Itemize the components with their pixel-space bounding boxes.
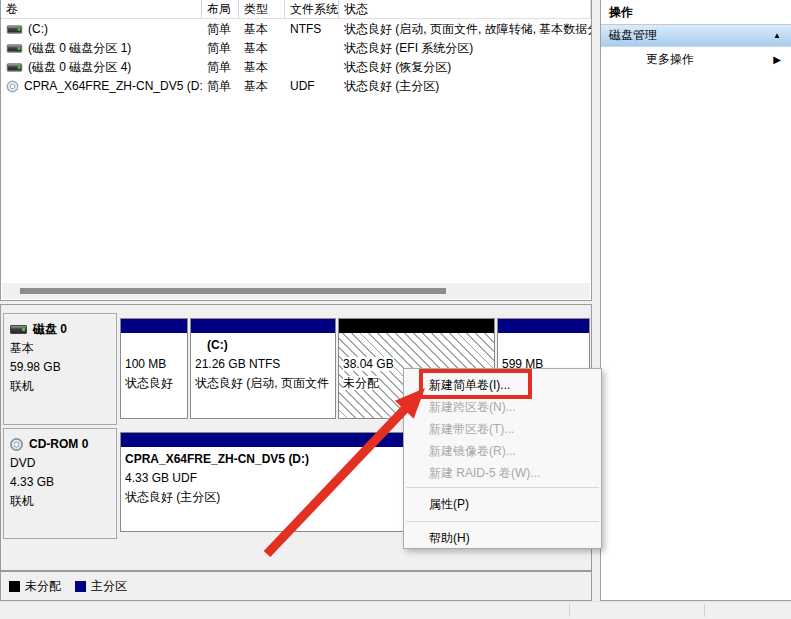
drive-icon [7,63,22,71]
disk-management-window: 卷 布局 类型 文件系统 状态 (C:) 简单 基本 NTFS 状态良好 (启动… [0,0,791,619]
column-header-type[interactable]: 类型 [239,0,285,18]
volume-filesystem [285,39,339,57]
volume-status: 状态良好 (主分区) [339,77,591,95]
menu-item-new-spanned-volume: 新建跨区卷(N)... [404,396,601,418]
disk-kind: DVD [10,454,110,473]
volume-row-dvd[interactable]: CPRA_X64FRE_ZH-CN_DV5 (D:) 简单 基本 UDF 状态良… [1,77,591,95]
volume-name: (磁盘 0 磁盘分区 4) [28,58,131,76]
partition-color-band [498,319,589,333]
menu-item-help[interactable]: 帮助(H) [404,525,601,552]
menu-separator [406,487,599,488]
volume-status: 状态良好 (启动, 页面文件, 故障转储, 基本数据分 [339,20,591,38]
disk0-info[interactable]: 磁盘 0 基本 59.98 GB 联机 [3,313,117,425]
volume-row-c[interactable]: (C:) 简单 基本 NTFS 状态良好 (启动, 页面文件, 故障转储, 基本… [1,20,591,38]
volume-type: 基本 [239,20,285,38]
partition-size: 21.26 GB NTFS [195,355,331,374]
partition-system[interactable]: 100 MB状态良好 [120,318,188,419]
partition-status: 状态良好 (启动, 页面文件 [195,374,331,393]
cdrom-info[interactable]: CD-ROM 0 DVD 4.33 GB 联机 [3,428,117,539]
partition-title [502,336,585,355]
partition-title: (C:) [195,336,331,355]
volume-status: 状态良好 (恢复分区) [339,58,591,76]
partition-color-band [191,319,335,333]
volume-type: 基本 [239,39,285,57]
volume-layout: 简单 [202,77,239,95]
volume-type: 基本 [239,58,285,76]
legend-primary: 主分区 [75,578,127,595]
volume-name: CPRA_X64FRE_ZH-CN_DV5 (D:) [24,77,202,95]
legend-swatch-primary [75,581,86,592]
horizontal-scrollbar[interactable] [2,283,590,299]
volume-list-pane: 卷 布局 类型 文件系统 状态 (C:) 简单 基本 NTFS 状态良好 (启动… [0,0,592,301]
volume-row-partition1[interactable]: (磁盘 0 磁盘分区 1) 简单 基本 状态良好 (EFI 系统分区) [1,39,591,57]
volume-type: 基本 [239,77,285,95]
partition-size: 100 MB [125,355,183,374]
collapse-icon[interactable]: ▲ [773,31,781,40]
disk-status: 联机 [10,377,110,396]
volume-filesystem: NTFS [285,20,339,38]
partition-title [343,336,490,355]
legend-unallocated: 未分配 [9,578,61,595]
actions-panel-title: 操作 [601,0,791,25]
column-header-status[interactable]: 状态 [339,0,591,18]
partition-status: 未分配 [343,376,379,390]
menu-item-new-raid5-volume: 新建 RAID-5 卷(W)... [404,462,601,484]
menu-item-properties[interactable]: 属性(P) [404,491,601,518]
disk-status: 联机 [10,492,110,511]
context-menu: 新建简单卷(I)... 新建跨区卷(N)... 新建带区卷(T)... 新建镜像… [403,368,602,549]
partition-color-band [121,319,187,333]
status-bar [0,601,791,619]
disk-size: 59.98 GB [10,358,110,377]
partition-color-band [339,319,494,333]
volume-layout: 简单 [202,39,239,57]
disk-management-group-header[interactable]: 磁盘管理 ▲ [601,25,791,47]
volume-name: (磁盘 0 磁盘分区 1) [28,39,131,57]
partition-size: 38.04 GB [343,357,394,371]
more-actions-label: 更多操作 [646,51,694,68]
legend-label: 主分区 [91,578,127,595]
volume-name: (C:) [28,20,48,38]
column-header-volume[interactable]: 卷 [1,0,202,18]
disk-name: 磁盘 0 [33,320,67,339]
legend-label: 未分配 [25,578,61,595]
status-bar-divider [569,604,570,617]
submenu-arrow-icon: ▶ [773,54,781,65]
partition-status: 状态良好 [125,374,183,393]
disc-icon [7,80,19,92]
partition-title [125,336,183,355]
disk-kind: 基本 [10,339,110,358]
legend-swatch-unallocated [9,581,20,592]
actions-panel: 操作 磁盘管理 ▲ 更多操作 ▶ [600,0,791,601]
volume-list-header: 卷 布局 类型 文件系统 状态 [1,0,591,19]
menu-separator [406,521,599,522]
drive-icon [10,325,27,334]
column-header-filesystem[interactable]: 文件系统 [285,0,339,18]
drive-icon [7,44,22,52]
menu-item-new-simple-volume[interactable]: 新建简单卷(I)... [404,374,601,396]
disk-name: CD-ROM 0 [29,435,88,454]
volume-filesystem [285,58,339,76]
menu-item-new-mirrored-volume: 新建镜像卷(R)... [404,440,601,462]
volume-status: 状态良好 (EFI 系统分区) [339,39,591,57]
disk-size: 4.33 GB [10,473,110,492]
more-actions-item[interactable]: 更多操作 ▶ [601,47,791,71]
group-label: 磁盘管理 [609,27,657,44]
volume-row-partition4[interactable]: (磁盘 0 磁盘分区 4) 简单 基本 状态良好 (恢复分区) [1,58,591,76]
column-header-layout[interactable]: 布局 [202,0,239,18]
partition-c[interactable]: (C:)21.26 GB NTFS状态良好 (启动, 页面文件 [190,318,336,419]
drive-icon [7,25,22,33]
menu-item-new-striped-volume: 新建带区卷(T)... [404,418,601,440]
status-bar-divider [704,604,705,617]
scrollbar-thumb[interactable] [20,288,446,294]
disc-icon [10,438,23,451]
volume-filesystem: UDF [285,77,339,95]
volume-layout: 简单 [202,58,239,76]
volume-layout: 简单 [202,20,239,38]
legend-bar: 未分配 主分区 [0,571,592,601]
